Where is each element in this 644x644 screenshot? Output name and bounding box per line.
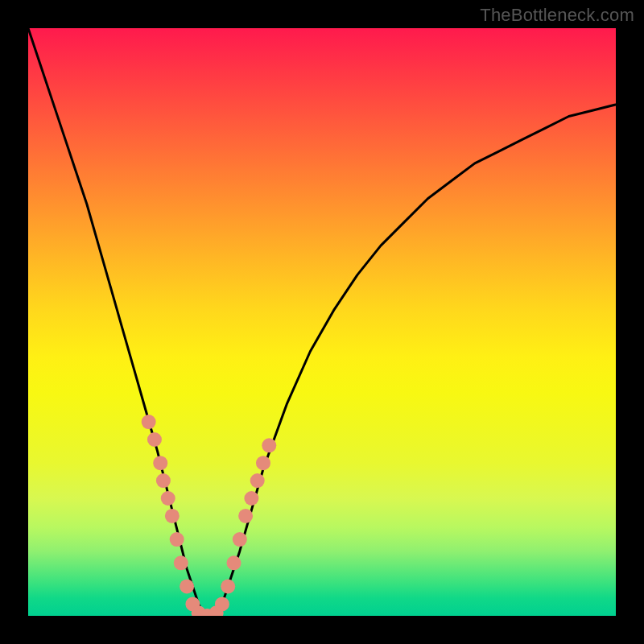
data-point [156, 473, 171, 488]
data-point [256, 456, 270, 470]
chart-svg [28, 28, 616, 616]
data-point [147, 432, 162, 447]
chart-plot-area [28, 28, 616, 616]
data-point [161, 491, 175, 506]
data-point [215, 597, 229, 611]
data-point [221, 580, 235, 594]
curve-path [28, 28, 616, 616]
data-point [200, 609, 215, 616]
curve-layer [28, 28, 616, 616]
data-point [238, 509, 253, 523]
data-point [233, 532, 247, 547]
watermark-text: TheBottleneck.com [480, 5, 634, 26]
data-point [153, 456, 167, 470]
data-point [180, 580, 194, 594]
data-point [209, 605, 224, 616]
data-point [174, 555, 188, 570]
data-point [185, 597, 200, 611]
data-point [250, 473, 265, 488]
data-point [244, 491, 258, 506]
data-point [142, 415, 156, 429]
marker-layer [142, 415, 277, 616]
data-point [165, 509, 180, 523]
data-point [170, 532, 184, 547]
data-point [192, 605, 206, 616]
data-point [227, 555, 242, 570]
chart-frame: TheBottleneck.com [0, 0, 644, 644]
data-point [262, 438, 276, 452]
